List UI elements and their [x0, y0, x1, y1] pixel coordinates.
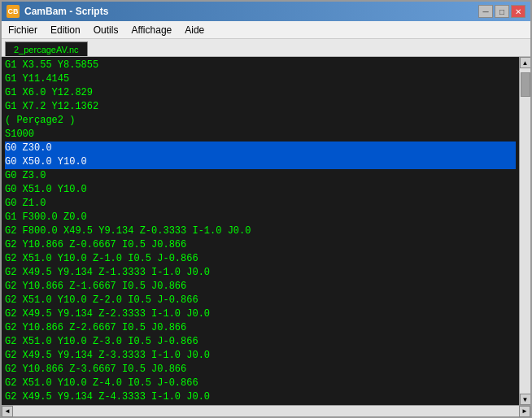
window-title: CamBam - Scripts — [24, 6, 108, 17]
code-line: G1 X3.55 Y8.5855 — [5, 59, 516, 72]
scroll-down-button[interactable]: ▼ — [520, 394, 531, 405]
code-line: G2 X49.5 Y9.134 Z-2.3333 I-1.0 J0.0 — [5, 307, 516, 321]
code-line: G2 Y10.866 Z-4.6667 I0.5 J0.866 — [5, 404, 516, 405]
code-line: G1 X6.0 Y12.829 — [5, 86, 516, 100]
code-line: G0 Z3.0 — [5, 169, 516, 183]
minimize-button[interactable]: ─ — [478, 5, 493, 18]
horizontal-scrollbar[interactable]: ◄ ► — [2, 405, 530, 416]
scroll-thumb-vertical[interactable] — [521, 72, 530, 97]
vertical-scrollbar[interactable]: ▲ ▼ — [519, 57, 530, 405]
code-line: G2 X49.5 Y9.134 Z-3.3333 I-1.0 J0.0 — [5, 349, 516, 363]
scroll-track-vertical[interactable] — [520, 68, 530, 394]
title-bar-left: CB CamBam - Scripts — [7, 5, 108, 18]
editor-area: G1 X3.55 Y8.5855G1 Y11.4145G1 X6.0 Y12.8… — [2, 57, 530, 405]
tab-bar: 2_percageAV.nc — [2, 39, 530, 57]
code-line: G2 X49.5 Y9.134 Z-1.3333 I-1.0 J0.0 — [5, 266, 516, 280]
code-line: G2 X49.5 Y9.134 Z-4.3333 I-1.0 J0.0 — [5, 390, 516, 404]
app-icon: CB — [7, 5, 20, 18]
menu-fichier[interactable]: Fichier — [2, 21, 44, 38]
code-line: G1 Y11.4145 — [5, 72, 516, 86]
code-line: G2 X51.0 Y10.0 Z-1.0 I0.5 J-0.866 — [5, 252, 516, 266]
code-line: G2 Y10.866 Z-3.6667 I0.5 J0.866 — [5, 363, 516, 377]
code-line: ( Perçage2 ) — [5, 114, 516, 128]
code-line: G2 F800.0 X49.5 Y9.134 Z-0.3333 I-1.0 J0… — [5, 224, 516, 238]
code-line: G2 X51.0 Y10.0 Z-4.0 I0.5 J-0.866 — [5, 377, 516, 390]
code-line: G0 Z1.0 — [5, 197, 516, 211]
menubar: Fichier Edition Outils Affichage Aide — [2, 21, 530, 39]
code-line: G0 X50.0 Y10.0 — [5, 155, 516, 169]
menu-aide[interactable]: Aide — [178, 21, 211, 38]
menu-affichage[interactable]: Affichage — [124, 21, 178, 38]
code-line: G0 X51.0 Y10.0 — [5, 183, 516, 197]
code-line: G2 X51.0 Y10.0 Z-2.0 I0.5 J-0.866 — [5, 294, 516, 307]
menu-outils[interactable]: Outils — [87, 21, 125, 38]
code-line: G2 X51.0 Y10.0 Z-3.0 I0.5 J-0.866 — [5, 335, 516, 349]
code-container: G1 X3.55 Y8.5855G1 Y11.4145G1 X6.0 Y12.8… — [2, 57, 519, 405]
scroll-up-button[interactable]: ▲ — [520, 57, 531, 68]
menu-edition[interactable]: Edition — [44, 21, 87, 38]
title-bar: CB CamBam - Scripts ─ □ ✕ — [2, 2, 530, 21]
scroll-left-button[interactable]: ◄ — [2, 406, 13, 417]
code-line: G0 Z30.0 — [5, 142, 516, 155]
code-line: G2 Y10.866 Z-2.6667 I0.5 J0.866 — [5, 321, 516, 335]
code-scroll[interactable]: G1 X3.55 Y8.5855G1 Y11.4145G1 X6.0 Y12.8… — [2, 57, 519, 405]
tab-file[interactable]: 2_percageAV.nc — [5, 41, 88, 56]
scroll-right-button[interactable]: ► — [519, 406, 530, 417]
scroll-track-horizontal[interactable] — [13, 406, 519, 416]
code-line: G1 F300.0 Z0.0 — [5, 211, 516, 224]
close-button[interactable]: ✕ — [511, 5, 525, 18]
title-buttons: ─ □ ✕ — [478, 5, 525, 18]
code-line: G2 Y10.866 Z-1.6667 I0.5 J0.866 — [5, 280, 516, 294]
code-line: G2 Y10.866 Z-0.6667 I0.5 J0.866 — [5, 238, 516, 252]
code-line: G1 X7.2 Y12.1362 — [5, 100, 516, 114]
maximize-button[interactable]: □ — [495, 5, 509, 18]
code-line: S1000 — [5, 128, 516, 142]
main-window: CB CamBam - Scripts ─ □ ✕ Fichier Editio… — [0, 0, 532, 418]
